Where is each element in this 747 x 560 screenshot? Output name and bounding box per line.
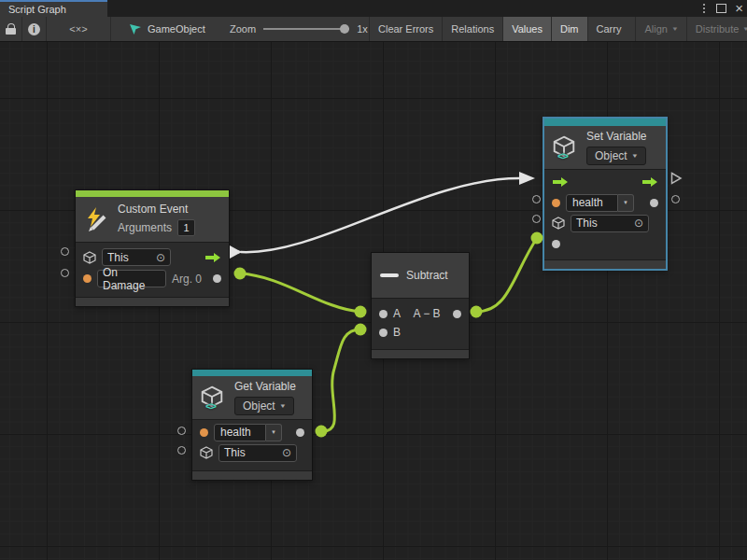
arg0-label: Arg. 0: [172, 273, 202, 286]
tab-script-graph[interactable]: Script Graph: [0, 0, 107, 17]
input-b-port[interactable]: [379, 329, 388, 337]
wire-endpoint[interactable]: [234, 268, 247, 280]
output-port[interactable]: [453, 310, 461, 318]
align-dropdown[interactable]: Align ▼: [635, 17, 685, 41]
port-ring[interactable]: [61, 247, 69, 256]
node-header[interactable]: <> Get Variable Object ▼: [192, 376, 312, 419]
wire-start-triangle[interactable]: [230, 245, 242, 259]
node-accent-bar: [76, 190, 229, 197]
dim-toggle[interactable]: Dim: [551, 17, 587, 41]
chevron-down-icon: ▼: [631, 153, 639, 159]
zoom-slider-thumb[interactable]: [340, 24, 349, 34]
wire-arg0-subtract-a[interactable]: [240, 273, 360, 312]
toolbar-left-group: i <×>: [0, 17, 111, 41]
control-input-arrow[interactable]: [552, 176, 569, 188]
wire-subtract-setvariable[interactable]: [476, 238, 537, 312]
graph-canvas[interactable]: Custom Event Arguments 1 This ⊙: [0, 42, 747, 560]
port-ring[interactable]: [532, 195, 541, 203]
gameobject-cube-icon: [200, 446, 213, 459]
node-accent-bar: [544, 119, 666, 126]
target-field[interactable]: This ⊙: [571, 215, 649, 232]
graph-owner[interactable]: GameObject: [129, 17, 205, 41]
target-field[interactable]: This ⊙: [218, 444, 297, 462]
node-header[interactable]: Custom Event Arguments 1: [76, 197, 229, 242]
variable-scope-dropdown[interactable]: Object ▼: [234, 397, 294, 415]
values-toggle[interactable]: Values: [502, 17, 551, 41]
port-ring[interactable]: [671, 195, 680, 203]
subtract-icon: [380, 273, 399, 277]
arg0-output-port[interactable]: [213, 274, 221, 283]
script-graph-window: Script Graph × i <×> GameObject: [0, 0, 747, 560]
node-get-variable[interactable]: <> Get Variable Object ▼ health ▼: [191, 369, 313, 481]
output-label: A − B: [414, 307, 441, 320]
variable-name-select[interactable]: health ▼: [214, 424, 282, 441]
node-accent-bar: [192, 370, 312, 376]
object-picker-icon[interactable]: ⊙: [282, 446, 291, 459]
variable-scope-dropdown[interactable]: Object ▼: [586, 147, 646, 165]
chevron-down-icon[interactable]: ▼: [618, 194, 634, 212]
event-port[interactable]: [83, 274, 92, 283]
variable-name-port[interactable]: [200, 428, 208, 437]
port-ring[interactable]: [532, 215, 541, 223]
control-port-triangle[interactable]: [670, 172, 683, 185]
node-header[interactable]: Subtract: [372, 253, 469, 298]
wire-endpoint[interactable]: [355, 306, 367, 318]
relations-button[interactable]: Relations: [442, 17, 502, 41]
lock-icon: [6, 23, 17, 35]
code-icon: <×>: [69, 23, 87, 35]
node-title: Get Variable: [234, 380, 296, 394]
zoom-slider-track: [263, 28, 349, 30]
control-output-arrow[interactable]: [204, 252, 221, 263]
variable-icon: <>: [201, 385, 227, 410]
wire-endpoint[interactable]: [531, 232, 543, 245]
input-b-label: B: [393, 326, 401, 339]
edit-graph-button[interactable]: <×>: [47, 17, 111, 41]
distribute-dropdown[interactable]: Distribute ▼: [686, 17, 747, 41]
input-a-port[interactable]: [379, 310, 388, 318]
node-subtract[interactable]: Subtract A A − B B: [371, 252, 470, 359]
object-picker-icon[interactable]: ⊙: [634, 217, 643, 230]
wire-control-customevent-setvariable[interactable]: [241, 178, 519, 252]
carry-button[interactable]: Carry: [587, 17, 630, 41]
value-input-port[interactable]: [552, 240, 560, 248]
window-menu-icon[interactable]: [700, 4, 708, 13]
arguments-label: Arguments: [118, 221, 172, 234]
object-picker-icon[interactable]: ⊙: [156, 251, 165, 264]
gameobject-cube-icon: [552, 217, 565, 230]
port-ring[interactable]: [61, 269, 69, 277]
port-ring[interactable]: [177, 446, 186, 455]
variable-name-select[interactable]: health ▼: [566, 194, 634, 212]
event-name-field[interactable]: On Damage: [97, 270, 166, 287]
node-custom-event[interactable]: Custom Event Arguments 1 This ⊙: [75, 189, 230, 307]
node-set-variable[interactable]: <> Set Variable Object ▼: [543, 117, 668, 271]
value-output-port[interactable]: [296, 428, 304, 437]
info-button[interactable]: i: [22, 17, 47, 41]
node-footer: [192, 470, 312, 480]
wire-endpoint[interactable]: [355, 324, 367, 336]
wire-arrowhead: [519, 172, 535, 185]
input-a-label: A: [393, 307, 401, 320]
node-title: Custom Event: [118, 203, 195, 217]
chevron-down-icon[interactable]: ▼: [266, 424, 282, 441]
chevron-down-icon: ▼: [671, 26, 679, 32]
lock-button[interactable]: [0, 17, 22, 41]
zoom-slider[interactable]: [263, 23, 349, 35]
wire-endpoint[interactable]: [471, 306, 483, 318]
wire-getvariable-subtract-b[interactable]: [321, 329, 360, 431]
info-icon: i: [28, 23, 40, 35]
variable-name-port[interactable]: [552, 199, 560, 207]
tab-title: Script Graph: [8, 4, 66, 15]
window-maximize-icon[interactable]: [716, 4, 726, 13]
window-close-icon[interactable]: ×: [735, 4, 743, 13]
clear-errors-button[interactable]: Clear Errors: [369, 17, 442, 41]
port-ring[interactable]: [177, 427, 186, 435]
arguments-input[interactable]: 1: [177, 219, 195, 236]
value-output-port[interactable]: [650, 199, 658, 207]
chevron-down-icon: ▼: [742, 26, 747, 32]
wire-endpoint[interactable]: [316, 426, 328, 438]
node-header[interactable]: <> Set Variable Object ▼: [544, 126, 666, 169]
node-footer: [544, 259, 666, 269]
node-title: Subtract: [406, 269, 448, 283]
target-field[interactable]: This ⊙: [102, 248, 171, 266]
control-output-arrow[interactable]: [641, 176, 658, 188]
